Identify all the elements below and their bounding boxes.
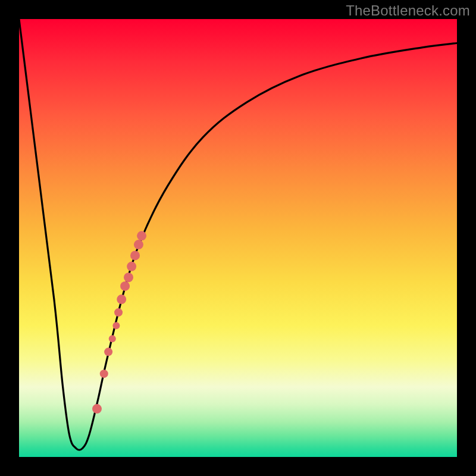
scatter-dot [112, 322, 120, 329]
scatter-dot [124, 273, 133, 282]
chart-frame: TheBottleneck.com [0, 0, 476, 476]
watermark-text: TheBottleneck.com [346, 2, 470, 19]
scatter-dot [134, 240, 143, 249]
scatter-dot [137, 231, 146, 240]
scatter-dot [120, 281, 130, 291]
scatter-dot [127, 262, 136, 271]
scatter-dot [104, 347, 112, 356]
scatter-dot [100, 369, 108, 378]
scatter-dot [109, 335, 116, 342]
scatter-dot [117, 295, 126, 304]
scatter-dot [114, 308, 123, 317]
chart-svg [19, 19, 457, 457]
curve-line [19, 19, 457, 450]
plot-area [19, 19, 457, 457]
scatter-dot [130, 250, 140, 260]
scatter-dot [92, 404, 102, 414]
